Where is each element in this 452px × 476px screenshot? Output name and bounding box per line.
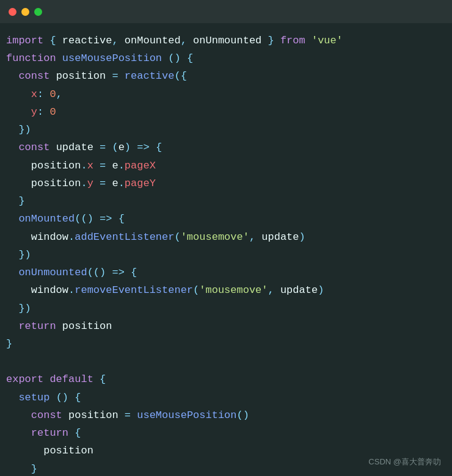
code-line: const position = reactive({	[6, 67, 441, 85]
code-line: position.x = e.pageX	[6, 157, 441, 175]
code-line: const position = useMousePosition()	[6, 406, 441, 424]
code-line: }	[6, 335, 441, 353]
code-line: x: 0,	[6, 85, 441, 103]
title-bar	[0, 0, 452, 23]
code-line: window.removeEventListener('mousemove', …	[6, 281, 441, 299]
minimize-dot[interactable]	[21, 8, 29, 16]
code-line: setup () {	[6, 389, 441, 406]
code-line: position.y = e.pageY	[6, 175, 441, 192]
code-line: })	[6, 246, 441, 264]
code-line	[6, 353, 441, 370]
code-line: return {	[6, 424, 441, 442]
code-line: onMounted(() => {	[6, 210, 441, 228]
close-dot[interactable]	[9, 8, 16, 16]
code-line: })	[6, 300, 441, 317]
code-line: })	[6, 121, 441, 139]
code-editor: import { reactive, onMounted, onUnmounte…	[0, 23, 452, 476]
code-line: y: 0	[6, 103, 441, 121]
code-line: function useMousePosition () {	[6, 49, 441, 67]
maximize-dot[interactable]	[34, 8, 42, 16]
code-line: export default {	[6, 370, 441, 388]
code-line: const update = (e) => {	[6, 139, 441, 156]
code-line: import { reactive, onMounted, onUnmounte…	[6, 32, 441, 49]
code-line: }	[6, 192, 441, 210]
code-line: return position	[6, 317, 441, 335]
code-line: onUnmounted(() => {	[6, 264, 441, 281]
watermark: CSDN @喜大普奔叻	[368, 456, 441, 467]
code-line: window.addEventListener('mousemove', upd…	[6, 228, 441, 246]
code-window: import { reactive, onMounted, onUnmounte…	[0, 0, 452, 476]
